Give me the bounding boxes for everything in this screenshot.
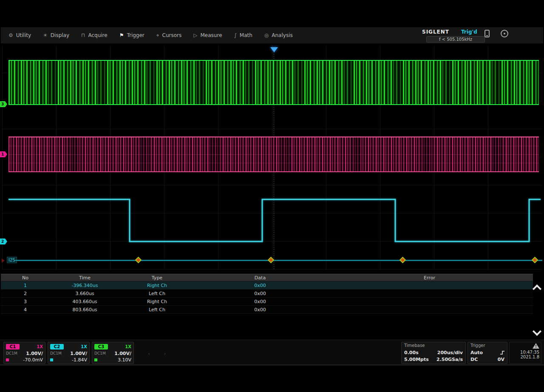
trigger-title: Trigger: [470, 343, 504, 349]
channel1-scale: 1.00V/: [26, 351, 43, 356]
menu-analysis-label: Analysis: [272, 32, 292, 38]
table-row[interactable]: 2 3.660us Left Ch 0x00: [1, 290, 533, 298]
descriptor-pager[interactable]: ‹ ›: [148, 350, 172, 357]
trigger-level: 0V: [498, 357, 504, 362]
clock-date: 2021.1.8: [520, 355, 539, 359]
channel1-coupling: DC1M: [6, 351, 17, 355]
menu-analysis[interactable]: ◎ Analysis: [258, 27, 299, 43]
cell-data: 0x00: [194, 291, 326, 296]
menu-utility-label: Utility: [16, 32, 31, 38]
column-header-error: Error: [326, 275, 533, 281]
menu-display[interactable]: ☀ Display: [37, 27, 75, 43]
channel3-descriptor[interactable]: C3 1X DC1M 1.00V/ 3.10V: [92, 342, 134, 364]
cell-index: 2: [1, 291, 50, 296]
cell-time: 803.660us: [50, 307, 120, 312]
cell-type: Left Ch: [120, 291, 194, 296]
top-right-icons: [484, 30, 508, 37]
bus-position-icon: [2, 258, 5, 263]
measure-icon: ▷: [193, 32, 197, 38]
channel1-probe: 1X: [37, 344, 43, 349]
rising-edge-icon: [500, 350, 504, 355]
clock-box: ! 10:47:35 2021.1.8: [509, 342, 541, 364]
menu-utility[interactable]: ⚙ Utility: [3, 27, 37, 43]
cell-index: 1: [1, 283, 50, 288]
analysis-icon: ◎: [264, 32, 269, 38]
menu-acquire-label: Acquire: [88, 32, 107, 38]
menu-cursors[interactable]: ⌖ Cursors: [150, 27, 187, 43]
cell-time: 3.660us: [50, 291, 120, 296]
timebase-points: 5.00Mpts: [404, 357, 429, 362]
utility-icon: ⚙: [8, 32, 13, 38]
trigger-coupling: DC: [470, 357, 478, 362]
channel3-waveform-texture: [8, 61, 539, 104]
brand-logo: SIGLENT: [422, 29, 449, 35]
usb-icon[interactable]: [501, 30, 508, 37]
cell-type: Right Ch: [120, 283, 194, 288]
bottom-bar: C1 1X DC1M 1.00V/ -70.0mV C2 1X DC1M 1.0…: [0, 340, 544, 365]
table-row[interactable]: 3 403.660us Right Ch 0x00: [1, 298, 533, 306]
menu-cursors-label: Cursors: [162, 32, 182, 38]
channel2-descriptor[interactable]: C2 1X DC1M 1.00V/ -1.84V: [48, 342, 90, 364]
channel2-coupling: DC1M: [50, 351, 62, 355]
oscilloscope-screen: ⚙ Utility ☀ Display ⊓ Acquire ⚑ Trigger …: [0, 0, 544, 392]
decode-bus-line: [15, 260, 542, 261]
menu-measure[interactable]: ▷ Measure: [187, 27, 228, 43]
warning-icon[interactable]: !: [533, 343, 539, 349]
channel3-offset: 3.10V: [118, 357, 131, 363]
scroll-down-icon[interactable]: [533, 327, 541, 336]
trigger-position-marker[interactable]: [270, 47, 278, 52]
cell-time: -396.340us: [50, 283, 120, 288]
trigger-status-badge: Trig'd: [461, 29, 477, 35]
channel3-coupling: DC1M: [94, 351, 106, 355]
table-row[interactable]: 1 -396.340us Right Ch 0x00: [1, 281, 533, 290]
trigger-icon: ⚑: [119, 32, 124, 38]
cell-type: Left Ch: [120, 307, 194, 312]
channel1-waveform-texture: [8, 137, 539, 171]
trigger-mode: Auto: [470, 350, 483, 355]
math-icon: ∫: [234, 32, 237, 38]
channel3-probe: 1X: [125, 344, 131, 349]
cursors-icon: ⌖: [156, 32, 159, 38]
channel1-badge: C1: [6, 344, 20, 349]
timebase-title: Timebase: [404, 343, 463, 349]
channel1-offset-icon: [6, 358, 9, 361]
scroll-up-icon[interactable]: [533, 284, 541, 293]
channel1-offset: -70.0mV: [23, 357, 43, 363]
cell-data: 0x00: [194, 283, 326, 288]
decode-list: No Time Type Data Error 1 -396.340us Rig…: [1, 274, 533, 314]
cell-time: 403.660us: [50, 299, 120, 304]
timebase-delay: 0.00s: [404, 350, 419, 355]
frequency-counter: f < 505.105kHz: [426, 36, 485, 43]
menu-trigger-label: Trigger: [127, 32, 144, 38]
menu-math-label: Math: [240, 32, 252, 38]
timebase-scale: 200us/div: [437, 350, 463, 355]
cell-data: 0x00: [194, 299, 326, 304]
channel3-offset-icon: [94, 358, 97, 361]
menu-math[interactable]: ∫ Math: [228, 27, 258, 43]
cell-data: 0x00: [194, 307, 326, 312]
column-header-data: Data: [194, 275, 326, 281]
menu-display-label: Display: [51, 32, 69, 38]
channel1-waveform: [8, 136, 539, 172]
decode-list-header: No Time Type Data Error: [1, 274, 533, 281]
column-header-index: No: [1, 275, 50, 281]
channel2-probe: 1X: [81, 344, 87, 349]
menu-acquire[interactable]: ⊓ Acquire: [75, 27, 113, 43]
channel2-badge: C2: [50, 344, 64, 349]
cell-index: 4: [1, 307, 50, 312]
trigger-descriptor[interactable]: Trigger Auto DC 0V: [468, 342, 507, 364]
clock-time: 10:47:35: [520, 350, 539, 355]
cell-type: Right Ch: [120, 299, 194, 304]
menu-measure-label: Measure: [201, 32, 222, 38]
channel2-offset-icon: [50, 358, 53, 361]
channel1-descriptor[interactable]: C1 1X DC1M 1.00V/ -70.0mV: [3, 342, 45, 364]
channel3-scale: 1.00V/: [114, 351, 131, 356]
touch-icon[interactable]: [484, 30, 490, 37]
display-icon: ☀: [43, 32, 48, 38]
timebase-descriptor[interactable]: Timebase 0.00s 200us/div 5.00Mpts 2.50GS…: [401, 342, 466, 364]
menu-trigger[interactable]: ⚑ Trigger: [113, 27, 150, 43]
table-row[interactable]: 4 803.660us Left Ch 0x00: [1, 306, 533, 314]
acquire-icon: ⊓: [81, 32, 85, 38]
channel3-badge: C3: [94, 344, 108, 349]
channel3-waveform: [8, 60, 539, 105]
